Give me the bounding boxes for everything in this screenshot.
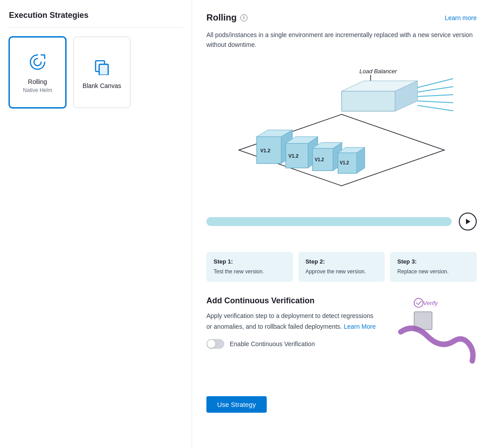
svg-marker-31 [466, 219, 470, 224]
progress-bar-track [206, 217, 452, 226]
svg-rect-2 [99, 64, 108, 75]
cv-section: Add Continuous Verification Apply verifi… [206, 296, 477, 368]
play-button[interactable] [459, 213, 477, 230]
strategy-title-text: Rolling [206, 13, 237, 23]
right-panel: Rolling i Learn more All pods/instances … [192, 0, 491, 448]
step-card-1: Step 1: Test the new version. [206, 252, 293, 282]
cv-description: Apply verification step to a deployment … [206, 311, 377, 332]
rolling-icon [27, 51, 48, 73]
canvas-icon [91, 55, 113, 77]
step-1-label: Step 1: [214, 258, 286, 265]
toggle-row: Enable Continuous Verification [206, 339, 377, 349]
progress-bar-row [206, 213, 477, 230]
page-title: Execution Strategies [9, 11, 183, 28]
right-header: Rolling i Learn more [206, 13, 477, 23]
use-strategy-button[interactable]: Use Strategy [206, 396, 267, 413]
diagram-container: Load Balancer [206, 61, 477, 241]
svg-point-33 [414, 298, 423, 307]
strategy-description: All pods/instances in a single environme… [206, 30, 477, 50]
svg-line-10 [418, 87, 453, 92]
cv-learn-more-link[interactable]: Learn More [344, 323, 376, 330]
step-2-desc: Approve the new version. [306, 268, 378, 276]
strategy-card-rolling[interactable]: Rolling Native Helm [9, 37, 66, 108]
strategy-card-blank-canvas[interactable]: Blank Canvas [73, 37, 130, 108]
svg-text:V1.2: V1.2 [315, 157, 324, 162]
toggle-knob [207, 340, 215, 348]
progress-bar-fill [206, 217, 452, 226]
toggle-label: Enable Continuous Verification [230, 340, 315, 348]
svg-line-9 [418, 79, 453, 88]
svg-text:V1.2: V1.2 [289, 153, 299, 159]
step-2-label: Step 2: [306, 258, 378, 265]
strategy-cards-container: Rolling Native Helm Blank Canvas [9, 37, 183, 108]
rolling-diagram: Load Balancer [206, 61, 477, 213]
blank-canvas-card-label: Blank Canvas [83, 82, 121, 89]
cv-content: Add Continuous Verification Apply verifi… [206, 296, 377, 349]
svg-line-13 [418, 105, 453, 111]
step-card-2: Step 2: Approve the new version. [298, 252, 385, 282]
steps-row: Step 1: Test the new version. Step 2: Ap… [206, 252, 477, 282]
strategy-title-row: Rolling i [206, 13, 248, 23]
cv-illustration: Verify [387, 296, 477, 368]
svg-line-11 [418, 95, 453, 96]
rolling-card-label: Rolling [28, 78, 47, 85]
cv-title: Add Continuous Verification [206, 296, 377, 306]
step-3-desc: Replace new version. [397, 268, 470, 276]
svg-line-12 [418, 101, 453, 103]
step-card-3: Step 3: Replace new version. [390, 252, 477, 282]
learn-more-link[interactable]: Learn more [445, 14, 477, 21]
svg-rect-6 [342, 91, 395, 111]
rolling-card-sublabel: Native Helm [23, 87, 52, 93]
svg-text:V1.2: V1.2 [340, 160, 349, 165]
cv-toggle[interactable] [206, 339, 224, 349]
left-panel: Execution Strategies Rolling Native Helm [0, 0, 192, 448]
info-icon[interactable]: i [240, 14, 248, 21]
step-3-label: Step 3: [397, 258, 470, 265]
step-1-desc: Test the new version. [214, 268, 286, 276]
svg-text:V1.2: V1.2 [260, 148, 271, 153]
svg-text:Load Balancer: Load Balancer [360, 68, 398, 75]
svg-text:Verify: Verify [423, 300, 438, 306]
